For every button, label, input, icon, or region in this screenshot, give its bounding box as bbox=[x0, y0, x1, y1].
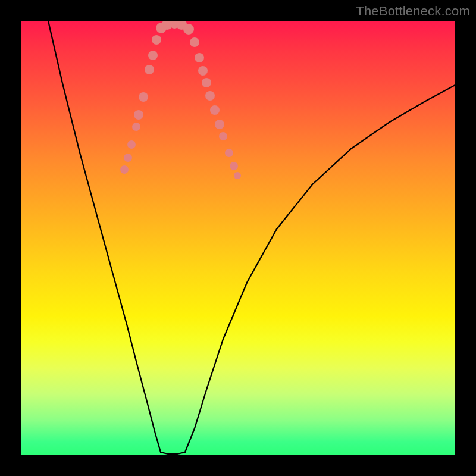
data-dot bbox=[230, 162, 238, 170]
watermark-text: TheBottleneck.com bbox=[356, 4, 470, 19]
dot-group bbox=[120, 21, 241, 179]
data-dot bbox=[148, 51, 158, 60]
data-dot bbox=[215, 120, 224, 129]
data-dot bbox=[120, 165, 129, 174]
data-dot bbox=[145, 65, 154, 74]
data-dot bbox=[152, 35, 161, 45]
data-dot bbox=[202, 78, 211, 87]
plot-area bbox=[21, 21, 455, 455]
data-dot bbox=[205, 91, 215, 101]
chart-frame: TheBottleneck.com bbox=[0, 0, 476, 476]
data-dot bbox=[127, 140, 136, 149]
data-dot bbox=[139, 92, 148, 102]
data-dot bbox=[225, 149, 233, 157]
data-dot bbox=[219, 132, 227, 140]
data-dot bbox=[132, 123, 140, 131]
data-dot bbox=[198, 66, 208, 76]
data-dot bbox=[190, 37, 199, 47]
data-dot bbox=[183, 24, 194, 35]
bottleneck-curve bbox=[48, 21, 455, 454]
data-dot bbox=[124, 154, 132, 162]
data-dot bbox=[210, 105, 220, 115]
data-dot bbox=[195, 53, 204, 62]
data-dot bbox=[134, 110, 143, 120]
data-dot bbox=[234, 172, 241, 179]
curve-svg bbox=[21, 21, 455, 455]
